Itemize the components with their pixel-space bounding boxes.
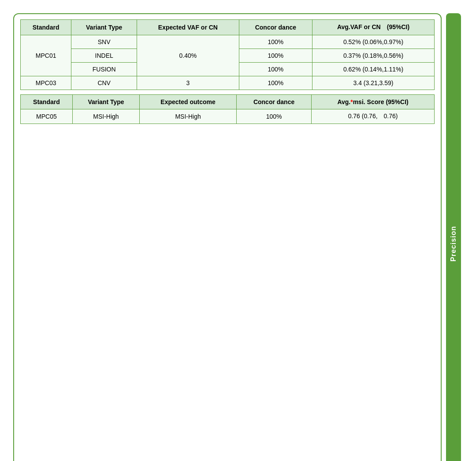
table-row: MPC03 CNV 3 100% 3.4 (3.21,3.59) [21, 76, 435, 90]
precision-table2: Standard Variant Type Expected outcome C… [20, 94, 435, 124]
concordance-cell: 100% [237, 109, 312, 124]
th-standard: Standard [21, 20, 71, 35]
precision-label: Precision [446, 13, 461, 461]
th-expected-vaf: Expected VAF or CN [137, 20, 239, 35]
main-wrapper: Standard Variant Type Expected VAF or CN… [9, 9, 467, 461]
variant-cell: SNV [71, 35, 137, 49]
precision-section: Standard Variant Type Expected VAF or CN… [13, 13, 463, 461]
variant-cell: INDEL [71, 49, 137, 63]
th-standard: Standard [21, 95, 73, 109]
concordance-cell: 100% [239, 35, 312, 49]
table-row: MPC05 MSI-High MSI-High 100% 0.76 (0.76,… [21, 109, 435, 124]
variant-cell: CNV [71, 76, 137, 90]
th-avg-vaf: Avg.VAF or CN (95%CI) [312, 20, 435, 35]
avg-cell: 3.4 (3.21,3.59) [312, 76, 435, 90]
th-concordance: Concor dance [239, 20, 312, 35]
standard-cell: MPC01 [21, 35, 71, 76]
standard-cell: MPC03 [21, 76, 71, 90]
avg-cell: 0.76 (0.76, 0.76) [312, 109, 435, 124]
variant-cell: FUSION [71, 63, 137, 76]
standard-cell: MPC05 [21, 109, 73, 124]
th-concordance: Concor dance [237, 95, 312, 109]
th-expected-outcome: Expected outcome [140, 95, 237, 109]
concordance-cell: 100% [239, 49, 312, 63]
th-avg-msi: Avg.*msi. Score (95%CI) [312, 95, 435, 109]
th-variant: Variant Type [72, 95, 139, 109]
avg-cell: 0.52% (0.06%,0.97%) [312, 35, 435, 49]
precision-table1: Standard Variant Type Expected VAF or CN… [20, 19, 435, 90]
th-variant: Variant Type [71, 20, 137, 35]
avg-cell: 0.62% (0.14%,1.11%) [312, 63, 435, 76]
expected-cell: 3 [137, 76, 239, 90]
variant-cell: MSI-High [72, 109, 139, 124]
concordance-cell: 100% [239, 76, 312, 90]
table-row: MPC01 SNV 0.40% 100% 0.52% (0.06%,0.97%) [21, 35, 435, 49]
concordance-cell: 100% [239, 63, 312, 76]
avg-cell: 0.37% (0.18%,0.56%) [312, 49, 435, 63]
precision-label-wrap: Precision [444, 13, 463, 461]
expected-cell: MSI-High [140, 109, 237, 124]
expected-cell: 0.40% [137, 35, 239, 76]
precision-content: Standard Variant Type Expected VAF or CN… [13, 13, 442, 461]
